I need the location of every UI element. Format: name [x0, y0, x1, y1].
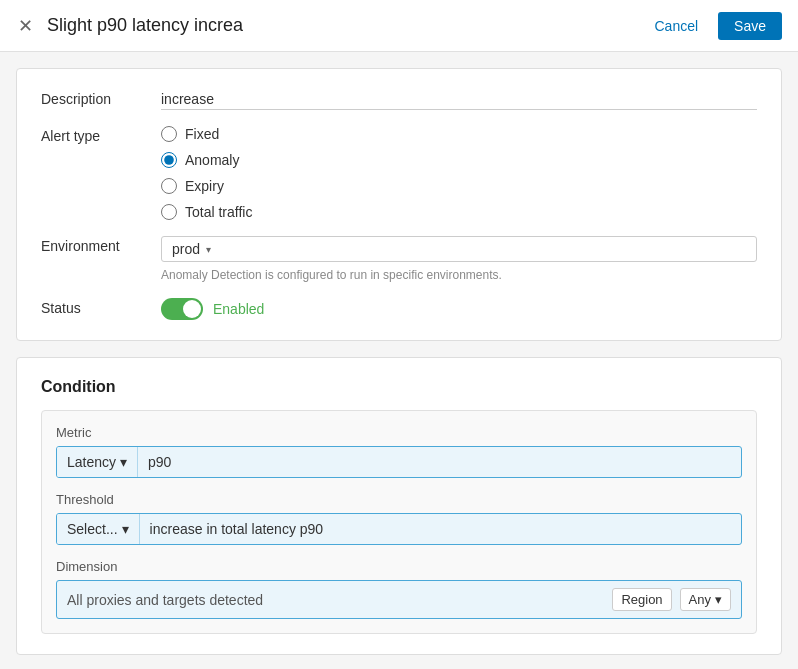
toggle-slider: [161, 298, 203, 320]
description-control: [161, 89, 757, 110]
threshold-dropdown[interactable]: Select... ▾: [57, 514, 140, 544]
dimension-chevron-icon: ▾: [715, 592, 722, 607]
environment-value: prod: [172, 241, 200, 257]
metric-row: Metric Latency ▾: [56, 425, 742, 478]
radio-total-traffic-label: Total traffic: [185, 204, 252, 220]
radio-option-fixed[interactable]: Fixed: [161, 126, 757, 142]
radio-total-traffic[interactable]: [161, 204, 177, 220]
status-toggle-group: Enabled: [161, 298, 757, 320]
environment-dropdown[interactable]: prod ▾: [161, 236, 757, 262]
alert-type-control: Fixed Anomaly Expiry Total traffic: [161, 126, 757, 220]
radio-option-total-traffic[interactable]: Total traffic: [161, 204, 757, 220]
threshold-row: Threshold Select... ▾: [56, 492, 742, 545]
description-input[interactable]: [161, 89, 757, 110]
dimension-row: Dimension All proxies and targets detect…: [56, 559, 742, 619]
alert-type-row: Alert type Fixed Anomaly Expiry: [41, 126, 757, 220]
header-actions: Cancel Save: [642, 12, 782, 40]
alert-type-label: Alert type: [41, 126, 161, 144]
status-label: Status: [41, 298, 161, 316]
threshold-chevron-icon: ▾: [122, 521, 129, 537]
page-title: Slight p90 latency increa: [47, 15, 243, 36]
radio-anomaly[interactable]: [161, 152, 177, 168]
dimension-label: Dimension: [56, 559, 742, 574]
metric-dropdown[interactable]: Latency ▾: [57, 447, 138, 477]
radio-option-anomaly[interactable]: Anomaly: [161, 152, 757, 168]
header: ✕ Slight p90 latency increa Cancel Save: [0, 0, 798, 52]
metric-chevron-icon: ▾: [120, 454, 127, 470]
environment-control: prod ▾ Anomaly Detection is configured t…: [161, 236, 757, 282]
radio-anomaly-label: Anomaly: [185, 152, 239, 168]
radio-option-expiry[interactable]: Expiry: [161, 178, 757, 194]
metric-input-group: Latency ▾: [56, 446, 742, 478]
environment-row: Environment prod ▾ Anomaly Detection is …: [41, 236, 757, 282]
save-button[interactable]: Save: [718, 12, 782, 40]
metric-dropdown-value: Latency: [67, 454, 116, 470]
threshold-dropdown-value: Select...: [67, 521, 118, 537]
status-toggle[interactable]: [161, 298, 203, 320]
radio-group: Fixed Anomaly Expiry Total traffic: [161, 126, 757, 220]
threshold-label: Threshold: [56, 492, 742, 507]
radio-fixed[interactable]: [161, 126, 177, 142]
main-panel: Description Alert type Fixed Anomaly: [16, 68, 782, 341]
metric-value-input[interactable]: [138, 447, 741, 477]
close-button[interactable]: ✕: [16, 15, 35, 37]
radio-fixed-label: Fixed: [185, 126, 219, 142]
description-row: Description: [41, 89, 757, 110]
radio-expiry[interactable]: [161, 178, 177, 194]
condition-title: Condition: [41, 378, 757, 396]
condition-box: Metric Latency ▾ Threshold Select... ▾: [41, 410, 757, 634]
main-content: Description Alert type Fixed Anomaly: [0, 52, 798, 669]
chevron-down-icon: ▾: [206, 244, 211, 255]
close-icon: ✕: [18, 16, 33, 36]
status-control: Enabled: [161, 298, 757, 320]
dimension-text: All proxies and targets detected: [67, 592, 604, 608]
threshold-value-input[interactable]: [140, 514, 741, 544]
dimension-any-dropdown[interactable]: Any ▾: [680, 588, 731, 611]
threshold-input-group: Select... ▾: [56, 513, 742, 545]
environment-select-group: prod ▾ Anomaly Detection is configured t…: [161, 236, 757, 282]
dimension-badge: Region: [612, 588, 671, 611]
description-label: Description: [41, 89, 161, 107]
environment-hint: Anomaly Detection is configured to run i…: [161, 268, 757, 282]
condition-panel: Condition Metric Latency ▾ Threshold: [16, 357, 782, 655]
status-value-label: Enabled: [213, 301, 264, 317]
environment-label: Environment: [41, 236, 161, 254]
dimension-content: All proxies and targets detected Region …: [56, 580, 742, 619]
dimension-any-value: Any: [689, 592, 711, 607]
header-left: ✕ Slight p90 latency increa: [16, 15, 243, 37]
cancel-button[interactable]: Cancel: [642, 12, 710, 40]
radio-expiry-label: Expiry: [185, 178, 224, 194]
status-row: Status Enabled: [41, 298, 757, 320]
metric-label: Metric: [56, 425, 742, 440]
